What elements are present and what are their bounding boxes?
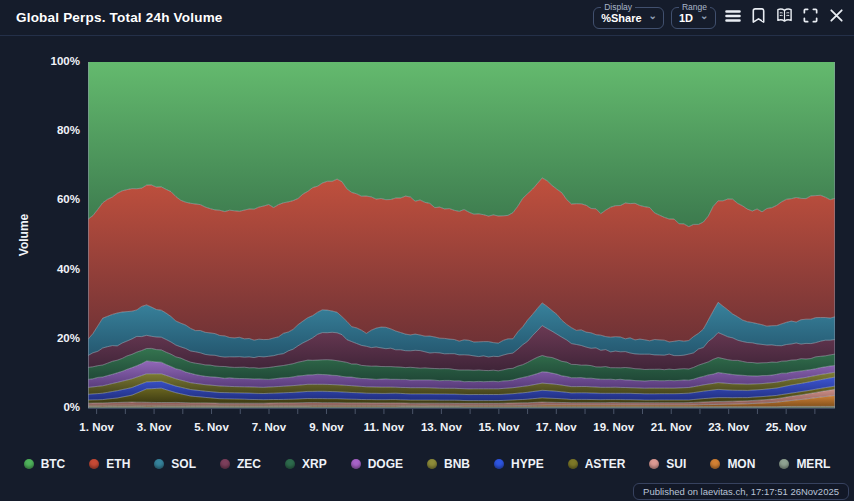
display-dropdown[interactable]: Display %Share ⌄ xyxy=(593,3,664,29)
legend-marker-icon xyxy=(24,459,34,469)
legend-item-merl[interactable]: MERL xyxy=(779,457,830,471)
chart-plot-area[interactable] xyxy=(88,62,835,415)
legend-label: ZEC xyxy=(237,457,261,471)
bookmark-icon[interactable] xyxy=(749,6,768,25)
book-icon[interactable] xyxy=(775,6,794,25)
x-tick-label: 5. Nov xyxy=(194,421,229,433)
legend-label: BNB xyxy=(444,457,470,471)
chart-widget: Global Perps. Total 24h Volume Display %… xyxy=(0,0,854,501)
legend-marker-icon xyxy=(220,459,230,469)
legend-label: MERL xyxy=(796,457,830,471)
x-tick-label: 21. Nov xyxy=(651,421,692,433)
legend-item-mon[interactable]: MON xyxy=(710,457,755,471)
published-badge: Published on laevitas.ch, 17:17:51 26Nov… xyxy=(633,483,849,500)
legend-label: SUI xyxy=(666,457,686,471)
legend-marker-icon xyxy=(154,459,164,469)
fullscreen-icon[interactable] xyxy=(801,6,820,25)
x-tick-label: 15. Nov xyxy=(478,421,519,433)
legend-label: MON xyxy=(727,457,755,471)
legend-item-btc[interactable]: BTC xyxy=(24,457,66,471)
display-dropdown-value: %Share xyxy=(601,12,641,24)
legend-marker-icon xyxy=(351,459,361,469)
y-axis-title: Volume xyxy=(14,62,34,408)
legend-item-eth[interactable]: ETH xyxy=(89,457,130,471)
legend-label: SOL xyxy=(171,457,196,471)
legend-marker-icon xyxy=(89,459,99,469)
y-tick-label: 40% xyxy=(0,263,80,275)
x-tick-label: 3. Nov xyxy=(137,421,172,433)
header-controls: Display %Share ⌄ Range 1D ⌄ xyxy=(593,3,846,29)
x-tick-label: 23. Nov xyxy=(708,421,749,433)
x-tick-label: 11. Nov xyxy=(364,421,404,433)
display-dropdown-label: Display xyxy=(601,3,635,12)
y-tick-label: 100% xyxy=(0,55,80,67)
x-tick-label: 1. Nov xyxy=(79,421,114,433)
legend-marker-icon xyxy=(494,459,504,469)
legend-label: BTC xyxy=(41,457,66,471)
legend-marker-icon xyxy=(427,459,437,469)
legend-marker-icon xyxy=(568,459,578,469)
chart-legend: BTCETHSOLZECXRPDOGEBNBHYPEASTERSUIMONMER… xyxy=(0,457,854,471)
y-tick-label: 60% xyxy=(0,193,80,205)
range-dropdown-value: 1D xyxy=(679,12,693,24)
x-tick-label: 9. Nov xyxy=(309,421,344,433)
legend-label: ASTER xyxy=(585,457,626,471)
legend-label: XRP xyxy=(302,457,327,471)
chevron-down-icon: ⌄ xyxy=(649,13,657,19)
y-tick-label: 20% xyxy=(0,332,80,344)
legend-marker-icon xyxy=(779,459,789,469)
legend-item-aster[interactable]: ASTER xyxy=(568,457,626,471)
x-tick-label: 25. Nov xyxy=(766,421,807,433)
legend-marker-icon xyxy=(649,459,659,469)
x-tick-label: 17. Nov xyxy=(536,421,577,433)
legend-item-hype[interactable]: HYPE xyxy=(494,457,544,471)
close-icon[interactable] xyxy=(827,6,846,25)
legend-item-xrp[interactable]: XRP xyxy=(285,457,327,471)
range-dropdown[interactable]: Range 1D ⌄ xyxy=(671,3,716,29)
legend-marker-icon xyxy=(285,459,295,469)
x-tick-label: 13. Nov xyxy=(421,421,462,433)
legend-marker-icon xyxy=(710,459,720,469)
x-tick-label: 19. Nov xyxy=(593,421,634,433)
legend-label: HYPE xyxy=(511,457,544,471)
legend-item-sol[interactable]: SOL xyxy=(154,457,196,471)
legend-item-zec[interactable]: ZEC xyxy=(220,457,261,471)
y-tick-label: 0% xyxy=(0,401,80,413)
legend-label: ETH xyxy=(106,457,130,471)
legend-label: DOGE xyxy=(368,457,403,471)
legend-item-doge[interactable]: DOGE xyxy=(351,457,403,471)
header-divider xyxy=(0,35,854,36)
page-title: Global Perps. Total 24h Volume xyxy=(16,10,223,25)
chevron-down-icon: ⌄ xyxy=(700,13,708,19)
x-tick-label: 7. Nov xyxy=(252,421,287,433)
menu-icon[interactable] xyxy=(723,6,742,25)
legend-item-bnb[interactable]: BNB xyxy=(427,457,470,471)
y-tick-label: 80% xyxy=(0,124,80,136)
legend-item-sui[interactable]: SUI xyxy=(649,457,686,471)
